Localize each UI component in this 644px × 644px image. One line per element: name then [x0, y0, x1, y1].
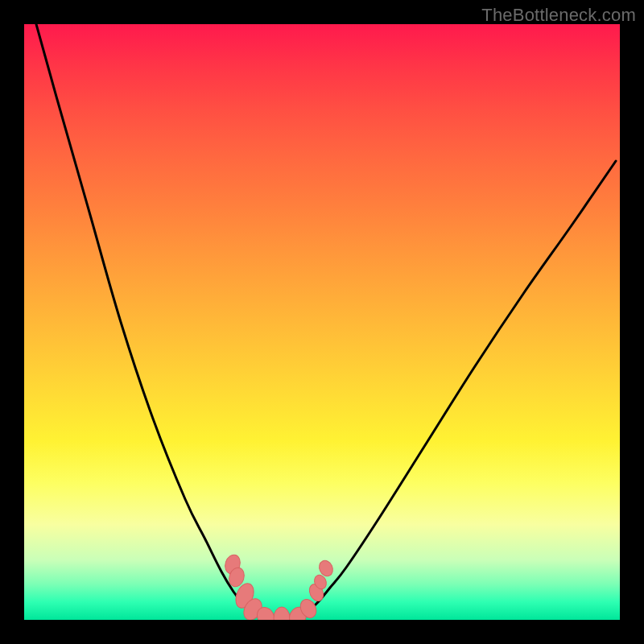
plot-area — [24, 24, 620, 620]
watermark-text: TheBottleneck.com — [481, 5, 636, 26]
curve-layer — [36, 24, 616, 618]
marker-layer — [223, 553, 336, 620]
bottleneck-curve — [36, 24, 616, 618]
chart-svg — [24, 24, 620, 620]
chart-frame: TheBottleneck.com — [0, 0, 644, 644]
data-marker — [274, 607, 290, 620]
